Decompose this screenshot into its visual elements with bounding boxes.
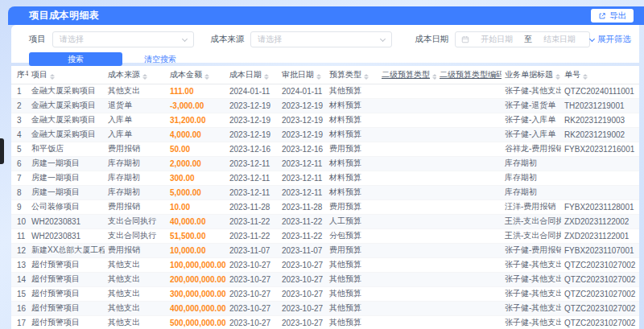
cell-source: 支出合同执行	[105, 228, 167, 243]
cell-doc_title: 汪洋-费用报销	[502, 199, 561, 214]
export-button[interactable]: 导出	[591, 9, 634, 23]
sort-caret-icon[interactable]	[316, 74, 321, 80]
table-row: 11WH20230831支出合同执行51,500.002023-11-22202…	[11, 228, 639, 243]
cell-cost_date: 2023-10-27	[226, 301, 279, 315]
cell-cost_date: 2023-11-28	[226, 199, 279, 214]
column-header-label: 二级预算类型编码	[440, 70, 502, 79]
cost-source-select[interactable]: 请选择	[250, 31, 392, 47]
cell-sub_budget_code	[436, 84, 502, 98]
column-header-cost_date[interactable]: 成本日期	[226, 66, 279, 84]
cell-cost_date: 2023-10-27	[226, 272, 279, 286]
cell-doc_no: FYBX20231107001	[561, 243, 639, 257]
cell-no: 11	[11, 228, 28, 243]
column-header-label: 成本来源	[108, 70, 140, 79]
cell-sub_budget_type	[378, 257, 436, 272]
cell-sub_budget_type	[378, 171, 436, 185]
column-header-budget_type[interactable]: 预算类型	[326, 66, 378, 84]
cell-sub_budget_type	[378, 315, 436, 329]
cell-project: 超付预警项目	[28, 272, 105, 286]
column-header-source[interactable]: 成本来源	[105, 66, 167, 84]
column-header-sub_budget_type[interactable]: 二级预算类型	[378, 66, 436, 84]
cell-sub_budget_type	[378, 214, 436, 228]
project-filter-label: 项目	[29, 34, 46, 45]
column-header-project[interactable]: 项目	[28, 66, 105, 84]
expand-filters-label: 展开筛选	[597, 34, 631, 45]
table-row: 6房建一期项目库存期初2,000.002023-12-112023-12-11材…	[11, 156, 639, 171]
cell-project: 和平饭店	[28, 142, 105, 156]
column-header-sub_budget_code[interactable]: 二级预算类型编码	[436, 66, 502, 84]
search-button[interactable]: 搜索	[29, 52, 122, 66]
cell-budget_type: 人工预算	[326, 214, 378, 228]
table-body: 1金融大厦采购项目其他支出111.002024-01-112024-01-11其…	[11, 84, 639, 329]
project-select[interactable]: 请选择	[52, 31, 194, 47]
cell-source: 库存期初	[105, 156, 167, 171]
start-date-placeholder: 开始日期	[473, 34, 521, 45]
cell-no: 7	[11, 171, 28, 185]
cell-budget_type: 材料预算	[326, 156, 378, 171]
cell-budget_type: 其他预算	[326, 84, 378, 98]
cell-sub_budget_type	[378, 127, 436, 142]
sort-caret-icon[interactable]	[432, 74, 436, 80]
cell-cost_date: 2023-10-27	[226, 257, 279, 272]
cell-project: 新建XX总部大厦工程二期	[28, 243, 105, 257]
export-button-label: 导出	[609, 10, 626, 22]
drawer-handle[interactable]	[0, 138, 4, 164]
cell-cost_date: 2023-11-22	[226, 228, 279, 243]
column-header-amount[interactable]: 成本金额	[167, 66, 226, 84]
cell-no: 2	[11, 98, 28, 113]
cell-doc_title: 张子健-其他支出	[502, 315, 561, 329]
sort-caret-icon[interactable]	[204, 74, 209, 80]
cell-audit_date: 2023-12-19	[279, 127, 326, 142]
cell-audit_date: 2024-01-11	[279, 84, 326, 98]
cell-sub_budget_type	[378, 142, 436, 156]
sort-caret-icon[interactable]	[264, 74, 269, 80]
table-row: 16超付预警项目其他支出400,000,000.002023-10-272023…	[11, 301, 639, 315]
cell-project: 公司装修项目	[28, 199, 105, 214]
sort-caret-icon[interactable]	[583, 74, 588, 80]
cell-budget_type: 材料预算	[326, 113, 378, 127]
cell-doc_no	[561, 171, 639, 185]
date-range-separator: 至	[524, 34, 532, 45]
clear-search-button[interactable]: 清空搜索	[144, 54, 176, 65]
column-header-label: 序号	[17, 70, 28, 79]
sort-caret-icon[interactable]	[142, 74, 147, 80]
cell-source: 入库单	[105, 127, 167, 142]
cell-doc_title: 库存期初	[502, 185, 561, 199]
cell-cost_date: 2024-01-11	[226, 84, 279, 98]
cell-audit_date: 2023-10-27	[279, 286, 326, 301]
table-row: 5和平饭店费用报销50.002023-12-162023-12-16费用预算谷祥…	[11, 142, 639, 156]
cell-project: 超付预警项目	[28, 301, 105, 315]
column-header-doc_no[interactable]: 单号	[561, 66, 639, 84]
cell-doc_title: 库存期初	[502, 171, 561, 185]
top-bar: 项目成本明细表 导出	[8, 6, 644, 25]
sort-caret-icon[interactable]	[50, 74, 55, 80]
column-header-doc_title[interactable]: 业务单据标题	[502, 66, 561, 84]
sort-caret-icon[interactable]	[364, 74, 369, 80]
sort-caret-icon[interactable]	[555, 74, 560, 80]
cell-project: 超付预警项目	[28, 286, 105, 301]
cell-amount: 200,000,000.00	[167, 272, 226, 286]
cell-cost_date: 2023-12-16	[226, 142, 279, 156]
cell-amount: 111.00	[167, 84, 226, 98]
cell-amount: 40,000.00	[167, 214, 226, 228]
cost-date-range-input[interactable]: 开始日期 至 结束日期	[455, 31, 590, 47]
cost-date-filter-label: 成本日期	[415, 34, 448, 45]
cell-audit_date: 2023-12-11	[279, 171, 326, 185]
table-row: 14超付预警项目其他支出200,000,000.002023-10-272023…	[11, 272, 639, 286]
cell-doc_no: QTZC20231027002	[561, 315, 639, 329]
cell-sub_budget_code	[436, 257, 502, 272]
column-header-label: 成本日期	[229, 70, 262, 79]
cell-doc_no: TH20231219001	[561, 98, 639, 113]
cell-sub_budget_code	[436, 185, 502, 199]
cell-no: 6	[11, 156, 28, 171]
column-header-audit_date[interactable]: 审批日期	[279, 66, 326, 84]
cell-doc_no	[561, 185, 639, 199]
table-row: 1金融大厦采购项目其他支出111.002024-01-112024-01-11其…	[11, 84, 639, 98]
expand-filters-link[interactable]: 展开筛选	[590, 34, 631, 45]
cell-amount: 300.00	[167, 171, 226, 185]
cell-source: 支出合同执行	[105, 214, 167, 228]
cell-amount: 300,000,000.00	[167, 286, 226, 301]
cell-amount: 2,000.00	[167, 156, 226, 171]
cell-cost_date: 2023-12-11	[226, 171, 279, 185]
cell-audit_date: 2023-10-27	[279, 315, 326, 329]
